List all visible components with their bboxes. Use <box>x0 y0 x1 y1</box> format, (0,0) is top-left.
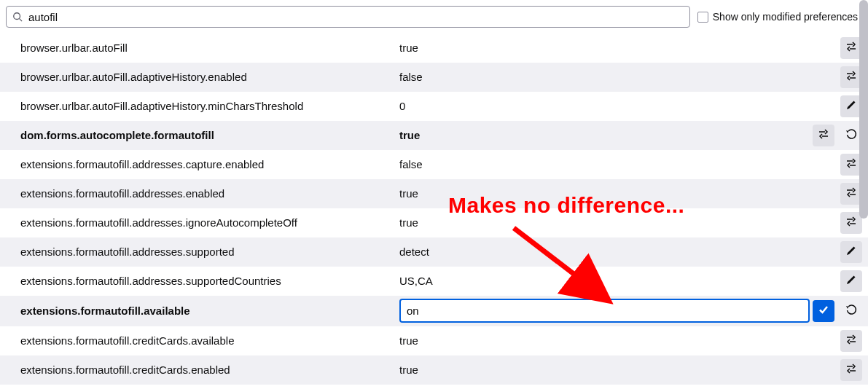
pref-actions <box>810 330 868 352</box>
pref-value: true <box>399 334 810 347</box>
undo-icon <box>845 304 857 318</box>
pref-name: extensions.formautofill.available <box>20 304 399 317</box>
pref-value: detect <box>399 245 810 258</box>
reset-button[interactable] <box>840 300 862 322</box>
svg-line-1 <box>20 19 23 22</box>
pref-value: true <box>399 187 810 200</box>
search-field-container[interactable] <box>6 6 690 28</box>
toggle-icon <box>845 70 857 84</box>
pref-actions <box>810 300 868 322</box>
toggle-button[interactable] <box>813 125 834 146</box>
pref-row: extensions.formautofill.addresses.suppor… <box>0 267 868 296</box>
toggle-icon <box>845 186 857 200</box>
pref-name: extensions.formautofill.addresses.enable… <box>20 187 399 200</box>
pref-value: true <box>399 364 810 376</box>
pencil-icon <box>845 274 857 288</box>
toggle-icon <box>818 128 829 142</box>
pref-actions <box>810 359 868 381</box>
toggle-icon <box>845 216 857 229</box>
pref-row: extensions.formautofill.available <box>0 296 868 326</box>
top-bar: Show only modified preferences <box>0 0 868 34</box>
pref-row: browser.urlbar.autoFilltrue <box>0 34 868 63</box>
pref-row: browser.urlbar.autoFill.adaptiveHistory.… <box>0 92 868 121</box>
pref-edit-area <box>399 299 810 323</box>
toggle-button[interactable] <box>840 330 862 352</box>
edit-button[interactable] <box>840 241 862 263</box>
pref-name: browser.urlbar.autoFill.adaptiveHistory.… <box>20 100 399 112</box>
pref-value: 0 <box>399 100 810 112</box>
pref-value: false <box>399 71 810 83</box>
pencil-icon <box>845 245 857 259</box>
pref-row: extensions.formautofill.addresses.enable… <box>0 179 868 208</box>
search-icon <box>12 12 23 22</box>
show-modified-toggle[interactable]: Show only modified preferences <box>697 11 862 23</box>
pref-row: dom.forms.autocomplete.formautofilltrue <box>0 121 868 150</box>
pref-value: true <box>399 42 810 54</box>
pref-row: extensions.formautofill.creditCards.avai… <box>0 326 868 355</box>
toggle-icon <box>845 41 857 55</box>
checkbox-icon[interactable] <box>697 12 708 23</box>
pref-name: browser.urlbar.autoFill.adaptiveHistory.… <box>20 71 399 83</box>
pref-row: extensions.formautofill.addresses.suppor… <box>0 237 868 267</box>
pref-name: extensions.formautofill.addresses.ignore… <box>20 216 399 229</box>
pref-row: extensions.formautofill.addresses.captur… <box>0 150 868 179</box>
pref-name: extensions.formautofill.addresses.captur… <box>20 158 399 170</box>
pencil-icon <box>845 99 857 113</box>
pref-name: extensions.formautofill.addresses.suppor… <box>20 275 399 287</box>
search-input[interactable] <box>28 11 689 23</box>
show-modified-label: Show only modified preferences <box>713 11 858 23</box>
pref-value: true <box>399 129 810 141</box>
toggle-icon <box>845 334 857 347</box>
pref-row: browser.urlbar.autoFill.adaptiveHistory.… <box>0 63 868 92</box>
pref-row: extensions.formautofill.creditCards.enab… <box>0 355 868 385</box>
pref-name: extensions.formautofill.creditCards.avai… <box>20 334 399 347</box>
check-icon <box>818 304 829 318</box>
pref-value-input[interactable] <box>399 299 810 323</box>
pref-name: browser.urlbar.autoFill <box>20 42 399 54</box>
pref-actions <box>810 270 868 292</box>
undo-icon <box>845 128 857 142</box>
preferences-list: browser.urlbar.autoFilltruebrowser.urlba… <box>0 34 868 388</box>
toggle-button[interactable] <box>840 359 862 381</box>
toggle-icon <box>845 363 857 377</box>
pref-name: extensions.formautofill.addresses.suppor… <box>20 245 399 258</box>
scrollbar-thumb[interactable] <box>859 0 868 219</box>
pref-name: extensions.formautofill.creditCards.enab… <box>20 364 399 376</box>
edit-button[interactable] <box>840 270 862 292</box>
pref-name: dom.forms.autocomplete.formautofill <box>20 129 399 141</box>
pref-value: true <box>399 216 810 229</box>
pref-row: extensions.formautofill.addresses.ignore… <box>0 208 868 237</box>
save-button[interactable] <box>813 300 834 322</box>
toggle-icon <box>845 157 857 171</box>
pref-value: US,CA <box>399 275 810 287</box>
pref-value: false <box>399 158 810 170</box>
svg-point-0 <box>14 13 20 20</box>
pref-actions <box>810 241 868 263</box>
